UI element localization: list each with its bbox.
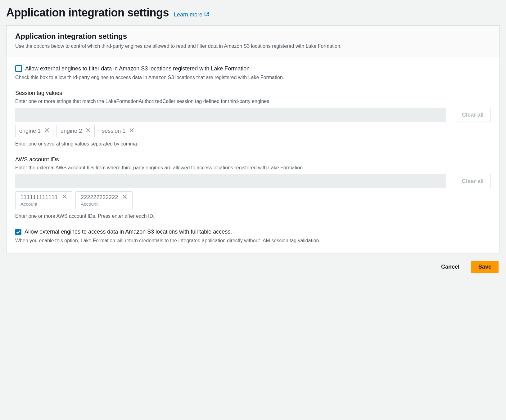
- account-ids-list: 111111111111 Account 222222222222 A: [15, 191, 491, 209]
- account-sublabel: Account: [81, 201, 97, 207]
- account-ids-help-bottom: Enter one or more AWS account IDs. Press…: [15, 212, 491, 220]
- remove-account-icon[interactable]: [122, 194, 127, 201]
- full-access-group: Allow external engines to access data in…: [15, 229, 491, 244]
- save-button[interactable]: Save: [471, 261, 499, 273]
- settings-panel: Application integration settings Use the…: [6, 25, 500, 253]
- session-tag-item: engine 1: [15, 125, 53, 137]
- learn-more-label: Learn more: [174, 11, 202, 18]
- session-tags-list: engine 1 engine 2 session 1: [15, 125, 491, 137]
- session-tag-item: session 1: [98, 125, 138, 137]
- page-header: Application integration settings Learn m…: [6, 6, 500, 19]
- full-access-checkbox[interactable]: [15, 229, 21, 235]
- footer-actions: Cancel Save: [6, 261, 500, 273]
- session-tags-input[interactable]: [15, 108, 446, 122]
- panel-header: Application integration settings Use the…: [7, 26, 499, 56]
- account-sublabel: Account: [20, 201, 37, 207]
- session-tags-help-top: Enter one or more strings that match the…: [15, 98, 491, 105]
- learn-more-link[interactable]: Learn more: [174, 11, 209, 18]
- full-access-label: Allow external engines to access data in…: [25, 229, 232, 235]
- panel-body: Allow external engines to filter data in…: [7, 56, 499, 253]
- session-tags-help-bottom: Enter one or several string values separ…: [15, 140, 491, 148]
- account-ids-help-top: Enter the external AWS account IDs from …: [15, 164, 491, 172]
- external-link-icon: [204, 11, 209, 18]
- allow-filter-checkbox[interactable]: [15, 65, 22, 72]
- remove-tag-icon[interactable]: [129, 128, 134, 134]
- panel-description: Use the options below to control which t…: [15, 42, 491, 50]
- session-tag-item: engine 2: [56, 125, 95, 137]
- allow-filter-group: Allow external engines to filter data in…: [15, 65, 491, 81]
- account-ids-input[interactable]: [15, 174, 446, 188]
- session-tags-clear-all-button[interactable]: Clear all: [455, 108, 491, 122]
- page-title: Application integration settings: [6, 6, 169, 19]
- account-ids-clear-all-button[interactable]: Clear all: [455, 174, 491, 188]
- cancel-button[interactable]: Cancel: [434, 261, 466, 273]
- remove-account-icon[interactable]: [62, 194, 67, 201]
- panel-title: Application integration settings: [15, 32, 491, 41]
- session-tags-group: Session tag values Enter one or more str…: [15, 90, 491, 148]
- remove-tag-icon[interactable]: [86, 128, 91, 134]
- account-id-value: 222222222222: [81, 194, 118, 201]
- session-tags-label: Session tag values: [15, 90, 491, 96]
- account-id-item: 222222222222 Account: [75, 191, 133, 209]
- session-tag-label: session 1: [102, 128, 125, 134]
- full-access-help: When you enable this option, Lake Format…: [15, 237, 491, 244]
- account-id-value: 111111111111: [20, 194, 58, 201]
- session-tag-label: engine 1: [19, 128, 41, 134]
- session-tag-label: engine 2: [61, 128, 82, 134]
- allow-filter-help: Check this box to allow third-party engi…: [15, 74, 491, 81]
- account-ids-group: AWS account IDs Enter the external AWS a…: [15, 156, 491, 220]
- account-id-item: 111111111111 Account: [15, 191, 72, 209]
- allow-filter-label: Allow external engines to filter data in…: [25, 65, 250, 72]
- remove-tag-icon[interactable]: [44, 128, 49, 134]
- account-ids-label: AWS account IDs: [15, 156, 491, 163]
